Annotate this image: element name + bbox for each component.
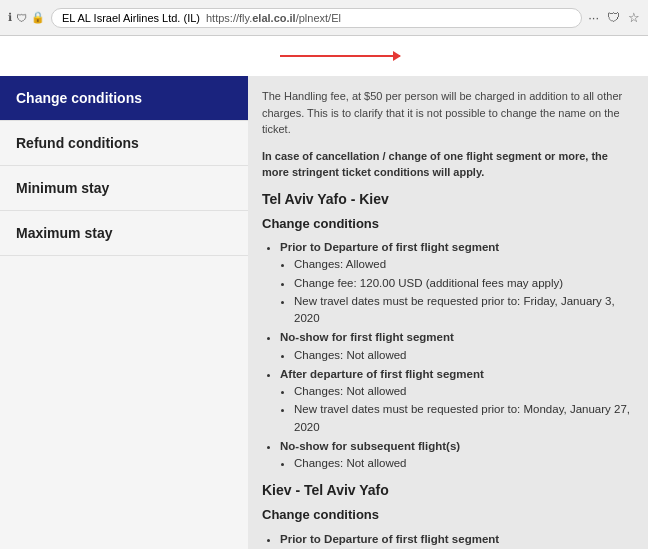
list-item: Changes: Not allowed bbox=[294, 383, 634, 400]
sidebar: Change conditions Refund conditions Mini… bbox=[0, 76, 248, 549]
browser-right-icons: ··· 🛡 ☆ bbox=[588, 10, 640, 25]
shield-icon: 🛡 bbox=[16, 12, 27, 24]
info-icon: ℹ bbox=[8, 11, 12, 24]
bullet-2-1-header: Prior to Departure of first flight segme… bbox=[280, 533, 499, 545]
bullet-1-1-header: Prior to Departure of first flight segme… bbox=[280, 241, 499, 253]
more-icon[interactable]: ··· bbox=[588, 10, 599, 25]
bullet-1-3-sub: Changes: Not allowed New travel dates mu… bbox=[280, 383, 634, 436]
section-title-1: Change conditions bbox=[262, 214, 634, 234]
route-2-bullets: Prior to Departure of first flight segme… bbox=[262, 531, 634, 549]
sidebar-item-maximum-stay[interactable]: Maximum stay bbox=[0, 211, 248, 256]
route-title-2: Kiev - Tel Aviv Yafo bbox=[262, 480, 634, 501]
content-area: The Handling fee, at $50 per person will… bbox=[248, 76, 648, 549]
bullet-2-1: Prior to Departure of first flight segme… bbox=[280, 531, 634, 549]
bullet-1-3: After departure of first flight segment … bbox=[280, 366, 634, 436]
arrow-area bbox=[0, 36, 648, 76]
sidebar-item-refund-conditions[interactable]: Refund conditions bbox=[0, 121, 248, 166]
list-item: New travel dates must be requested prior… bbox=[294, 293, 634, 328]
list-item: New travel dates must be requested prior… bbox=[294, 401, 634, 436]
bookmark-shield-icon[interactable]: 🛡 bbox=[607, 10, 620, 25]
route-1-bullets: Prior to Departure of first flight segme… bbox=[262, 239, 634, 472]
star-bookmark-icon[interactable]: ☆ bbox=[628, 10, 640, 25]
bullet-1-4-header: No-show for subsequent flight(s) bbox=[280, 440, 460, 452]
sidebar-item-change-conditions[interactable]: Change conditions bbox=[0, 76, 248, 121]
list-item: Changes: Allowed bbox=[294, 256, 634, 273]
bullet-1-4-sub: Changes: Not allowed bbox=[280, 455, 634, 472]
list-item: Changes: Not allowed bbox=[294, 347, 634, 364]
lock-icon: 🔒 bbox=[31, 11, 45, 24]
sidebar-item-minimum-stay[interactable]: Minimum stay bbox=[0, 166, 248, 211]
browser-security-icons: ℹ 🛡 🔒 bbox=[8, 11, 45, 24]
intro-text: The Handling fee, at $50 per person will… bbox=[262, 88, 634, 138]
intro-bold-text: In case of cancellation / change of one … bbox=[262, 148, 634, 181]
bullet-1-1: Prior to Departure of first flight segme… bbox=[280, 239, 634, 327]
browser-chrome: ℹ 🛡 🔒 EL AL Israel Airlines Ltd. (IL) ht… bbox=[0, 0, 648, 36]
section-title-2: Change conditions bbox=[262, 505, 634, 525]
bullet-1-4: No-show for subsequent flight(s) Changes… bbox=[280, 438, 634, 473]
route-title-1: Tel Aviv Yafo - Kiev bbox=[262, 189, 634, 210]
route-section-2: Kiev - Tel Aviv Yafo Change conditions P… bbox=[262, 480, 634, 549]
site-name: EL AL Israel Airlines Ltd. (IL) bbox=[62, 12, 200, 24]
bullet-1-2-header: No-show for first flight segment bbox=[280, 331, 454, 343]
bullet-1-1-sub: Changes: Allowed Change fee: 120.00 USD … bbox=[280, 256, 634, 327]
url-display: https://fly.elal.co.il/plnext/El bbox=[206, 12, 341, 24]
bullet-1-3-header: After departure of first flight segment bbox=[280, 368, 484, 380]
list-item: Change fee: 120.00 USD (additional fees … bbox=[294, 275, 634, 292]
bullet-1-2-sub: Changes: Not allowed bbox=[280, 347, 634, 364]
red-arrow bbox=[280, 55, 400, 57]
main-layout: Change conditions Refund conditions Mini… bbox=[0, 76, 648, 549]
address-bar[interactable]: EL AL Israel Airlines Ltd. (IL) https://… bbox=[51, 8, 582, 28]
bullet-1-2: No-show for first flight segment Changes… bbox=[280, 329, 634, 364]
route-section-1: Tel Aviv Yafo - Kiev Change conditions P… bbox=[262, 189, 634, 473]
list-item: Changes: Not allowed bbox=[294, 455, 634, 472]
